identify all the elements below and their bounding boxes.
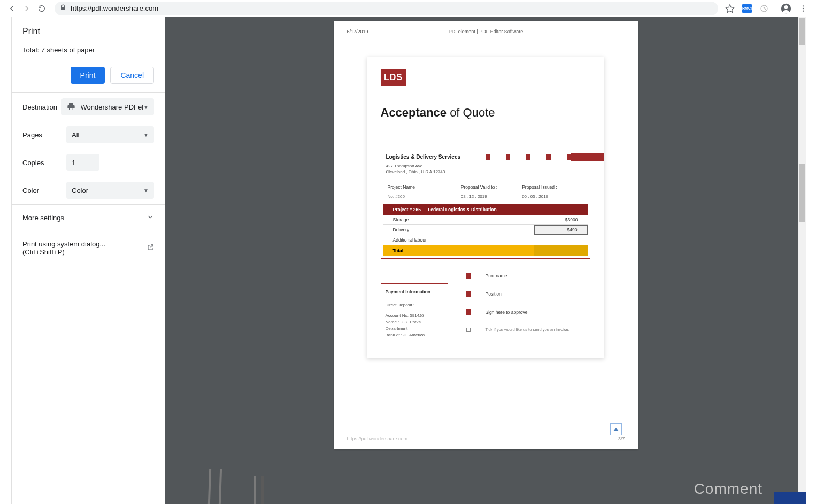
copies-value: 1 bbox=[72, 159, 75, 167]
chrome-actions: RMCI bbox=[723, 2, 812, 15]
sig-sign: Sign here to approve bbox=[486, 309, 528, 315]
print-dialog-title: Print bbox=[22, 27, 154, 36]
info-header-issued: Proposal Issued : bbox=[522, 184, 583, 190]
svg-point-5 bbox=[803, 10, 804, 11]
scroll-down-arrow-icon[interactable] bbox=[798, 495, 806, 504]
checkbox-icon bbox=[466, 328, 471, 332]
scrollbar-thumb[interactable] bbox=[799, 18, 805, 45]
external-link-icon bbox=[147, 244, 154, 253]
line-item-delivery: Delivery $490 bbox=[383, 225, 588, 235]
payment-dd: Direct Deposit : bbox=[386, 302, 443, 308]
color-label: Color bbox=[22, 187, 66, 195]
decorative-bar bbox=[571, 153, 604, 161]
cancel-button[interactable]: Cancel bbox=[110, 67, 154, 84]
reload-button[interactable] bbox=[34, 1, 49, 16]
system-dialog-link[interactable]: Print using system dialog... (Ctrl+Shift… bbox=[12, 231, 165, 265]
chevron-down-icon: ▼ bbox=[143, 188, 149, 193]
print-total: Total: 7 sheets of paper bbox=[22, 46, 154, 54]
footer-page-num: 3/7 bbox=[618, 436, 625, 441]
sig-position: Position bbox=[486, 291, 502, 297]
url-text: https://pdf.wondershare.com bbox=[71, 4, 158, 12]
info-value-issued: 06 . 05 . 2019 bbox=[522, 194, 583, 199]
bullet-icon bbox=[466, 309, 471, 315]
print-button[interactable]: Print bbox=[71, 67, 105, 84]
bullet-icon bbox=[466, 273, 471, 279]
scrollbar-thumb-secondary[interactable] bbox=[799, 164, 805, 222]
destination-value: Wondershare PDFel bbox=[81, 103, 144, 111]
svg-point-0 bbox=[761, 5, 767, 12]
print-preview: 6/17/2019 PDFelement | PDF Editor Softwa… bbox=[165, 17, 806, 504]
project-header: Project # 265 — Federal Logistics & Dist… bbox=[383, 204, 588, 215]
destination-select[interactable]: Wondershare PDFel ▼ bbox=[61, 98, 154, 115]
system-dialog-label: Print using system dialog... (Ctrl+Shift… bbox=[22, 240, 147, 256]
payment-name: Name : U.S. Parks Department bbox=[386, 319, 443, 332]
line-item-storage: Storage $3900 bbox=[383, 215, 588, 225]
page-date: 6/17/2019 bbox=[347, 29, 368, 34]
browser-toolbar: https://pdf.wondershare.com RMCI bbox=[0, 0, 816, 17]
document-card: LDS Acceptance of Quote Logistics & Deli… bbox=[367, 57, 604, 358]
more-settings-label: More settings bbox=[22, 214, 64, 222]
print-dialog: Print Total: 7 sheets of paper Print Can… bbox=[12, 17, 165, 504]
svg-point-3 bbox=[803, 5, 804, 6]
page-footer: https://pdf.wondershare.com 3/7 bbox=[347, 436, 625, 441]
left-gutter bbox=[0, 17, 12, 504]
bookmark-icon[interactable] bbox=[723, 2, 736, 15]
supplier-address-line-2: Cleveland , Ohio , U.S.A 12743 bbox=[386, 169, 461, 175]
payment-account: Account No: 5914J6 bbox=[386, 313, 443, 319]
forward-button[interactable] bbox=[19, 1, 34, 16]
more-settings-toggle[interactable]: More settings bbox=[12, 205, 165, 231]
copies-label: Copies bbox=[22, 159, 66, 167]
line-item-labour: Additional labour bbox=[383, 235, 588, 245]
footer-url: https://pdf.wondershare.com bbox=[347, 436, 408, 441]
extension-rmci-icon[interactable]: RMCI bbox=[741, 2, 753, 15]
destination-label: Destination bbox=[22, 103, 61, 111]
info-header-project: Project Name bbox=[388, 184, 461, 190]
right-gutter bbox=[806, 17, 816, 504]
payment-bank: Bank of : JF America bbox=[386, 332, 443, 338]
info-header-validto: Proposal Valid to : bbox=[461, 184, 522, 190]
chevron-down-icon: ▼ bbox=[143, 104, 149, 110]
preview-scrollbar[interactable] bbox=[798, 17, 806, 504]
supplier-address-line-1: 427 Thompson Ave. bbox=[386, 163, 461, 169]
decorative-squares bbox=[486, 154, 571, 160]
line-item-total: Total bbox=[383, 245, 588, 256]
profile-icon[interactable] bbox=[780, 2, 792, 15]
address-bar[interactable]: https://pdf.wondershare.com bbox=[55, 2, 718, 15]
lock-icon bbox=[60, 4, 66, 12]
svg-point-4 bbox=[803, 7, 804, 9]
chevron-down-icon: ▼ bbox=[143, 132, 149, 138]
sig-tick-note: Tick if you would like us to send you an… bbox=[486, 327, 569, 332]
page-header: 6/17/2019 PDFelement | PDF Editor Softwa… bbox=[347, 29, 625, 34]
chevron-down-icon bbox=[147, 213, 154, 222]
svg-point-2 bbox=[784, 5, 788, 9]
color-value: Color bbox=[72, 187, 88, 195]
back-button[interactable] bbox=[4, 1, 19, 16]
color-select[interactable]: Color ▼ bbox=[66, 182, 154, 199]
info-value-project: No. #265 bbox=[388, 194, 461, 199]
triangle-up-icon bbox=[613, 428, 619, 431]
info-value-validto: 08 . 12 . 2019 bbox=[461, 194, 522, 199]
payment-title: Payment Information bbox=[386, 289, 443, 294]
preview-page: 6/17/2019 PDFelement | PDF Editor Softwa… bbox=[334, 21, 638, 449]
document-logo: LDS bbox=[381, 69, 406, 86]
supplier-name: Logistics & Delivery Services bbox=[386, 154, 461, 160]
scroll-top-button[interactable] bbox=[610, 423, 622, 435]
page-source-title: PDFelement | PDF Editor Software bbox=[449, 29, 523, 34]
document-title: Acceptance of Quote bbox=[381, 106, 495, 120]
sig-print-name: Print name bbox=[486, 273, 507, 278]
extension-screencast-icon[interactable] bbox=[758, 2, 771, 15]
pages-label: Pages bbox=[22, 131, 66, 139]
quote-info-box: Project Name Proposal Valid to : Proposa… bbox=[381, 179, 590, 259]
payment-info-box: Payment Information Direct Deposit : Acc… bbox=[381, 283, 448, 344]
kebab-menu-icon[interactable] bbox=[797, 2, 810, 15]
copies-input[interactable]: 1 bbox=[66, 154, 99, 171]
signature-area: Print name Position Sign here to approve… bbox=[466, 273, 569, 344]
printer-icon bbox=[67, 102, 75, 112]
pages-select[interactable]: All ▼ bbox=[66, 126, 154, 143]
bullet-icon bbox=[466, 291, 471, 297]
pages-value: All bbox=[72, 131, 79, 139]
supplier-block: Logistics & Delivery Services 427 Thomps… bbox=[386, 154, 461, 175]
